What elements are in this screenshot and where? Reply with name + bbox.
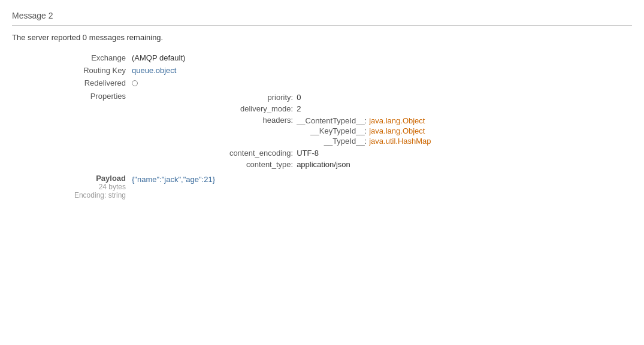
header-value: java.lang.Object bbox=[369, 116, 433, 126]
content-type-value: application/json bbox=[297, 159, 632, 170]
delivery-mode-row: delivery_mode: 2 bbox=[132, 103, 632, 114]
exchange-value: (AMQP default) bbox=[132, 52, 632, 64]
properties-table: priority: 0 delivery_mode: 2 headers: bbox=[132, 92, 632, 170]
message-count: 0 bbox=[83, 33, 87, 42]
payload-row: Payload 24 bytes Encoding: string {"name… bbox=[12, 172, 632, 201]
redelivered-label: Redelivered bbox=[12, 77, 132, 90]
delivery-mode-label: delivery_mode: bbox=[132, 103, 297, 114]
delivery-mode-value: 2 bbox=[297, 103, 632, 114]
properties-row: Properties priority: 0 delivery_mode: bbox=[12, 90, 632, 172]
message-container: Message 2 The server reported 0 messages… bbox=[0, 0, 644, 213]
properties-value: priority: 0 delivery_mode: 2 headers: bbox=[132, 90, 632, 172]
payload-label: Payload bbox=[12, 174, 126, 183]
payload-label-cell: Payload 24 bytes Encoding: string bbox=[12, 172, 132, 201]
content-type-row: content_type: application/json bbox=[132, 159, 632, 170]
header-key: __KeyTypeId__: bbox=[297, 126, 369, 136]
exchange-label: Exchange bbox=[12, 52, 132, 64]
header-key: __ContentTypeId__: bbox=[297, 116, 369, 126]
header-value: java.util.HashMap bbox=[369, 136, 433, 146]
header-row: __KeyTypeId__:java.lang.Object bbox=[297, 126, 433, 136]
routing-key-value: queue.object bbox=[132, 64, 632, 77]
redelivered-row: Redelivered bbox=[12, 77, 632, 90]
priority-row: priority: 0 bbox=[132, 92, 632, 103]
content-encoding-row: content_encoding: UTF-8 bbox=[132, 147, 632, 159]
content-encoding-value: UTF-8 bbox=[297, 147, 632, 159]
header-value: java.lang.Object bbox=[369, 126, 433, 136]
routing-key-row: Routing Key queue.object bbox=[12, 64, 632, 77]
message-title-text: Message 2 bbox=[12, 11, 53, 20]
payload-content: {"name":"jack","age":21} bbox=[132, 172, 632, 201]
content-encoding-label: content_encoding: bbox=[132, 147, 297, 159]
redelivered-value bbox=[132, 77, 632, 90]
message-title: Message 2 bbox=[12, 6, 632, 26]
header-row: __ContentTypeId__:java.lang.Object bbox=[297, 116, 433, 126]
redelivered-circle-icon bbox=[132, 80, 138, 86]
exchange-row: Exchange (AMQP default) bbox=[12, 52, 632, 64]
properties-label: Properties bbox=[12, 90, 132, 172]
fields-table: Exchange (AMQP default) Routing Key queu… bbox=[12, 52, 632, 201]
headers-value: __ContentTypeId__:java.lang.Object__KeyT… bbox=[297, 114, 632, 147]
payload-size: 24 bytes bbox=[12, 183, 126, 191]
header-row: __TypeId__:java.util.HashMap bbox=[297, 136, 433, 146]
priority-value: 0 bbox=[297, 92, 632, 103]
headers-row: headers: __ContentTypeId__:java.lang.Obj… bbox=[132, 114, 632, 147]
header-key: __TypeId__: bbox=[297, 136, 369, 146]
headers-table: __ContentTypeId__:java.lang.Object__KeyT… bbox=[297, 116, 433, 146]
routing-key-label: Routing Key bbox=[12, 64, 132, 77]
content-type-label: content_type: bbox=[132, 159, 297, 170]
payload-encoding: Encoding: string bbox=[12, 191, 126, 199]
server-message: The server reported 0 messages remaining… bbox=[12, 33, 632, 42]
headers-label: headers: bbox=[132, 114, 297, 147]
priority-label: priority: bbox=[132, 92, 297, 103]
